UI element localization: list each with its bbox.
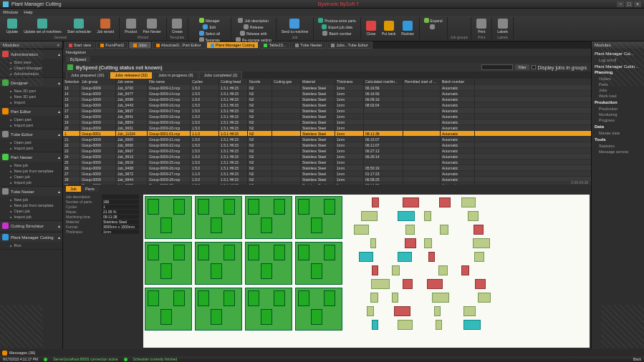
menu-help[interactable]: Help [24,10,32,14]
table-row[interactable]: 24Group-0009Job_9913Group-0009-24.ncp1.5… [63,154,591,160]
close-button[interactable]: × [634,1,641,7]
doc-tab[interactable]: FrontPart2 [96,41,128,49]
module-section[interactable]: Part Editor▴ [0,107,62,116]
doc-tab[interactable]: Start view [64,41,95,49]
module-item[interactable]: Open job [10,174,62,180]
table-row[interactable]: 14Group-0009Job_8477Group-0009-14.ncp1.5… [63,91,591,97]
ribbon-btn[interactable]: Put back [380,17,398,39]
messages-icon[interactable] [2,351,7,356]
module-item[interactable]: Import job [10,214,62,220]
module-item[interactable]: New job from template [10,202,62,208]
table-row[interactable]: 15Group-0009Job_9099Group-0009-15.ncp1.5… [63,97,591,102]
nest-preview[interactable] [143,195,590,348]
ribbon-btn[interactable]: Job wizard [95,17,116,35]
right-group[interactable]: Production [595,100,641,104]
right-item[interactable]: Work load [595,93,641,99]
table-row[interactable]: 20Group-0009Job_9001Group-0009-20.ncp1.5… [63,125,591,131]
ribbon-btn[interactable]: Start scheduler [65,17,94,35]
job-tab[interactable]: Jobs completed (2) [199,72,243,79]
ribbon-btn[interactable]: Send to machine [279,17,311,35]
module-item[interactable]: New job [10,197,62,202]
column-header[interactable]: Cutting gas [272,79,301,85]
column-header[interactable]: Material [301,79,335,85]
doc-tab[interactable]: Jobs [129,41,151,49]
table-row[interactable]: 22Group-0009Job_9000Group-0009-22.ncp1.5… [63,142,591,148]
column-header[interactable]: Thickness [335,79,364,85]
filter-input[interactable] [481,64,513,70]
table-row[interactable]: 21Group-0009Job_9900Group-0009-21.ncp1.5… [63,137,591,142]
module-section[interactable]: Cutting Simulator▴ [0,221,62,230]
module-item[interactable]: Open part [10,140,62,145]
right-group[interactable]: Data [595,124,641,129]
table-row[interactable]: 27Group-0009Job_9872Group-0009-27.ncp1.1… [63,171,591,177]
column-header[interactable]: File name [148,79,191,85]
column-header[interactable]: Job group [80,79,116,85]
module-item[interactable]: Import part [10,122,62,128]
right-item[interactable]: Jobs [595,87,641,93]
table-row[interactable]: 28Group-0009Job_9844Group-0009-28.ncp1.5… [63,177,591,182]
table-row[interactable]: 18Group-0009Job_8841Group-0009-18.ncp1.5… [63,114,591,119]
right-item[interactable]: Statistics [595,143,641,149]
column-header[interactable]: Cycles [191,79,219,85]
ribbon-btn[interactable]: Select all [191,30,228,36]
ribbon-btn[interactable] [423,24,444,30]
module-section[interactable]: Tube Nester▴ [0,187,62,196]
ribbon-btn[interactable]: Expand [423,17,444,24]
module-item[interactable]: Import [10,99,62,105]
ribbon-btn[interactable]: Produce extra parts [317,17,357,24]
column-header[interactable]: Nozzle [248,79,272,85]
job-tab[interactable]: Jobs released (32) [110,72,153,79]
table-row[interactable]: 17Group-0009Job_9827Group-0009-17.ncp1.5… [63,108,591,114]
detail-tab-job[interactable]: Job [66,186,81,192]
module-item[interactable]: Run [10,243,62,248]
column-header[interactable]: Permitted start of ... [403,79,441,85]
ribbon-btn[interactable]: Release with [234,30,273,36]
column-header[interactable]: Batch number [441,79,475,85]
job-tab[interactable]: Jobs prepared (10) [66,72,109,79]
column-header[interactable]: Selection [63,79,80,85]
ribbon-btn[interactable]: Batch number [317,30,357,36]
right-item[interactable]: Production [595,106,641,112]
menu-window[interactable]: Window [3,10,18,14]
minimize-button[interactable]: − [617,1,624,7]
module-section[interactable]: Tube Editor▴ [0,129,62,139]
messages-label[interactable]: Messages (36) [9,351,35,355]
ribbon-btn[interactable]: Update [4,17,20,35]
maximize-button[interactable]: □ [625,1,633,7]
module-item[interactable]: New job from template [10,168,62,174]
column-header[interactable]: Job name [116,79,148,85]
doc-tab[interactable]: Table23... [259,41,290,49]
ribbon-btn[interactable]: Edit [191,24,228,30]
table-row[interactable]: 19Group-0009Job_8854Group-0009-19.ncp1.5… [63,119,591,125]
ribbon-btn[interactable]: Export job data [317,24,357,30]
ribbon-btn[interactable]: Part Nester [140,17,163,35]
job-tab[interactable]: Jobs in progress (0) [153,72,198,79]
ribbon-btn[interactable]: Redraw [399,17,415,39]
ribbon-btn[interactable]: Product [122,17,139,35]
ribbon-btn[interactable]: Labels [495,17,510,35]
doc-tab[interactable]: AbsoluteD...Part Editor [152,41,206,49]
module-item[interactable]: New job [10,162,62,168]
table-row[interactable]: 29Group-0009Job_9875Group-0009-29.ncp1.5… [63,182,591,185]
ribbon-btn[interactable]: Manager [191,17,228,24]
ribbon-btn[interactable]: Job description [234,17,273,24]
doc-tab[interactable]: Jobs...Tube Editor [327,41,372,49]
module-section[interactable]: Plant Manager Cutting▴ [0,233,62,242]
right-item[interactable]: Message service [595,149,641,155]
column-header[interactable]: Calculated machin... [364,79,403,85]
display-groups-checkbox[interactable] [532,65,536,69]
module-item[interactable]: New 2D part [10,88,62,94]
right-item[interactable]: Progress [595,117,641,123]
ribbon-btn[interactable]: Print [474,17,489,35]
module-item[interactable]: New 3D part [10,94,62,99]
ribbon-btn[interactable]: Update set of machines [21,17,64,35]
ribbon-btn[interactable]: Release [234,24,273,30]
doc-tab[interactable]: Plant Manager Cutting [206,41,259,49]
table-row[interactable]: 26Group-0009Job_9408Group-0009-26.ncp1.5… [63,165,591,171]
detail-tab-parts[interactable]: Parts [81,186,99,192]
ribbon-btn[interactable]: Close [364,17,378,39]
right-group[interactable]: Tools [595,137,641,142]
doc-tab[interactable]: Tube Nester [291,41,326,49]
right-item[interactable]: Master data [595,130,641,136]
right-item[interactable]: Monitoring [595,112,641,117]
